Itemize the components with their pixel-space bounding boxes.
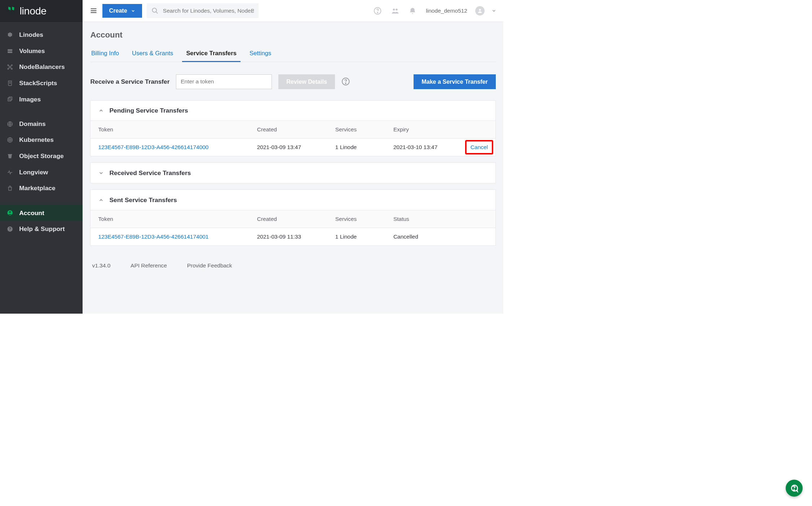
svg-point-6 [11, 69, 12, 70]
svg-point-24 [345, 83, 346, 84]
sidebar-item-linodes[interactable]: Linodes [0, 27, 83, 43]
sidebar-item-label: Kubernetes [19, 136, 54, 144]
sidebar-item-label: Help & Support [19, 225, 65, 233]
scroll-icon [6, 80, 13, 86]
col-status: Status [386, 210, 495, 228]
sidebar-item-object-storage[interactable]: Object Storage [0, 148, 83, 164]
main-nav: Linodes Volumes NodeBalancers StackScrip… [0, 22, 83, 237]
received-panel-header[interactable]: Received Service Transfers [91, 163, 495, 183]
api-reference-link[interactable]: API Reference [131, 262, 167, 269]
bucket-icon [6, 153, 13, 159]
receive-label: Receive a Service Transfer [90, 78, 169, 86]
sent-title: Sent Service Transfers [110, 196, 177, 204]
chevron-down-icon [131, 9, 135, 13]
cancel-button[interactable]: Cancel [471, 144, 488, 150]
footer: v1.34.0 API Reference Provide Feedback [90, 252, 496, 279]
svg-point-20 [393, 8, 395, 10]
sidebar-item-domains[interactable]: Domains [0, 116, 83, 132]
sidebar: linode Linodes Volumes NodeBalancers Sta… [0, 0, 83, 314]
token-input[interactable] [176, 74, 272, 89]
svg-point-4 [11, 65, 12, 66]
review-details-button: Review Details [278, 74, 335, 89]
community-icon[interactable] [389, 7, 401, 15]
search-input[interactable] [163, 7, 254, 14]
sent-panel-header[interactable]: Sent Service Transfers [91, 190, 495, 210]
cell-created: 2021-03-09 11:33 [250, 228, 328, 245]
svg-rect-12 [8, 154, 12, 155]
chevron-up-icon [98, 197, 104, 203]
col-created: Created [250, 210, 328, 228]
sidebar-item-marketplace[interactable]: Marketplace [0, 180, 83, 197]
sidebar-item-account[interactable]: Account [0, 205, 83, 221]
user-chevron-icon[interactable] [491, 8, 497, 13]
received-panel: Received Service Transfers [90, 162, 496, 183]
activity-icon [6, 169, 13, 175]
username[interactable]: linode_demo512 [426, 8, 467, 14]
sidebar-item-label: Linodes [19, 31, 43, 39]
sidebar-item-longview[interactable]: Longview [0, 164, 83, 180]
help-tooltip-icon[interactable] [341, 77, 350, 86]
volumes-icon [6, 48, 13, 54]
sidebar-item-label: StackScripts [19, 79, 57, 87]
topbar: Create linode_demo512 [83, 0, 503, 22]
tab-users-grants[interactable]: Users & Grants [131, 47, 174, 62]
wheel-icon [6, 137, 13, 143]
bag-icon [6, 185, 13, 191]
create-button[interactable]: Create [102, 4, 142, 18]
pending-panel: Pending Service Transfers Token Created … [90, 100, 496, 156]
sidebar-item-nodebalancers[interactable]: NodeBalancers [0, 59, 83, 75]
globe-icon [6, 121, 13, 127]
cell-status: Cancelled [386, 228, 495, 245]
sidebar-item-label: Volumes [19, 47, 45, 55]
avatar[interactable] [475, 6, 485, 16]
svg-rect-0 [8, 49, 12, 51]
sidebar-item-images[interactable]: Images [0, 91, 83, 108]
linode-logo-icon [7, 6, 16, 17]
tab-settings[interactable]: Settings [248, 47, 272, 62]
sidebar-item-help[interactable]: ? Help & Support [0, 221, 83, 237]
hexagon-icon [6, 32, 13, 38]
sidebar-item-stackscripts[interactable]: StackScripts [0, 75, 83, 91]
svg-point-17 [152, 8, 156, 12]
table-row: 123E4567-E89B-12D3-A456-426614174001 202… [91, 228, 495, 245]
brand[interactable]: linode [0, 0, 83, 22]
provide-feedback-link[interactable]: Provide Feedback [187, 262, 232, 269]
col-services: Services [328, 121, 386, 138]
col-services: Services [328, 210, 386, 228]
sidebar-item-label: Marketplace [19, 184, 55, 192]
search-box[interactable] [147, 3, 259, 18]
make-transfer-button[interactable]: Make a Service Transfer [414, 74, 496, 89]
svg-point-5 [8, 69, 9, 70]
sidebar-item-label: Account [19, 209, 44, 217]
bell-icon[interactable] [406, 7, 419, 15]
tabs: Billing Info Users & Grants Service Tran… [90, 47, 496, 62]
col-token: Token [91, 210, 249, 228]
table-row: 123E4567-E89B-12D3-A456-426614174000 202… [91, 139, 495, 156]
pending-panel-header[interactable]: Pending Service Transfers [91, 101, 495, 121]
menu-toggle-icon[interactable] [90, 7, 97, 14]
nodebalancers-icon [6, 64, 13, 70]
sidebar-item-label: Longview [19, 169, 48, 176]
cell-expiry: 2021-03-10 13:47 [386, 139, 458, 156]
sent-table-header: Token Created Services Status [91, 210, 495, 228]
sidebar-item-kubernetes[interactable]: Kubernetes [0, 132, 83, 148]
help-circle-icon[interactable] [371, 7, 384, 15]
sidebar-item-label: Object Storage [19, 152, 63, 160]
token-link[interactable]: 123E4567-E89B-12D3-A456-426614174000 [98, 144, 209, 150]
sidebar-item-volumes[interactable]: Volumes [0, 43, 83, 59]
col-expiry: Expiry [386, 121, 458, 138]
create-button-label: Create [109, 7, 127, 14]
images-icon [6, 96, 13, 102]
sidebar-item-label: Domains [19, 120, 45, 128]
version-text: v1.34.0 [92, 262, 110, 269]
tab-billing-info[interactable]: Billing Info [90, 47, 120, 62]
chevron-up-icon [98, 108, 104, 113]
svg-rect-1 [8, 51, 12, 53]
tab-service-transfers[interactable]: Service Transfers [185, 47, 237, 62]
svg-point-21 [396, 8, 398, 10]
page-title: Account [90, 30, 496, 40]
pending-table-header: Token Created Services Expiry [91, 121, 495, 139]
svg-point-14 [9, 211, 10, 213]
brand-wordmark: linode [20, 5, 47, 17]
token-link[interactable]: 123E4567-E89B-12D3-A456-426614174001 [98, 234, 209, 240]
